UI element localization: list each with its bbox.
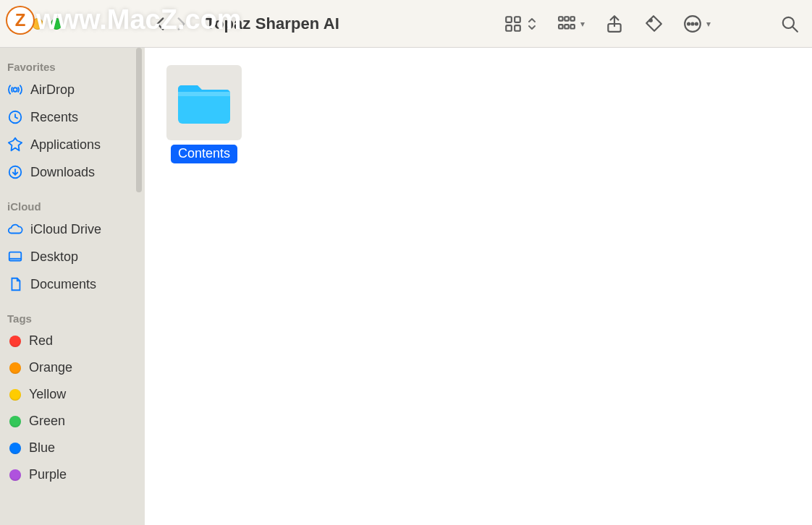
- svg-line-17: [792, 27, 798, 32]
- sidebar-section-tags: Tags: [0, 308, 145, 328]
- sidebar-tag-green[interactable]: Green: [0, 408, 145, 435]
- svg-rect-5: [564, 17, 568, 20]
- toolbar: Topaz Sharpen AI ▾ ▾: [0, 0, 812, 48]
- svg-point-14: [691, 22, 693, 25]
- sidebar: Favorites AirDrop Recents Applications: [0, 48, 145, 525]
- clock-icon: [7, 109, 23, 125]
- svg-rect-9: [570, 25, 574, 28]
- svg-point-18: [13, 88, 17, 92]
- window-minimize-button[interactable]: [32, 18, 43, 30]
- sidebar-item-label: iCloud Drive: [30, 222, 101, 237]
- sidebar-item-label: Green: [29, 414, 65, 429]
- view-mode-button[interactable]: [504, 14, 537, 33]
- sidebar-item-label: AirDrop: [30, 82, 75, 98]
- back-button[interactable]: [151, 14, 171, 34]
- svg-rect-21: [9, 252, 22, 261]
- svg-rect-4: [559, 17, 562, 20]
- svg-rect-23: [178, 92, 230, 124]
- svg-rect-24: [178, 92, 230, 96]
- sidebar-item-applications[interactable]: Applications: [0, 131, 145, 158]
- sidebar-item-label: Red: [29, 333, 53, 349]
- tag-dot-yellow: [9, 389, 21, 401]
- content-area[interactable]: Contents: [145, 48, 812, 525]
- applications-icon: [7, 137, 23, 153]
- svg-rect-3: [515, 25, 520, 31]
- updown-icon: [527, 16, 537, 32]
- sidebar-tag-yellow[interactable]: Yellow: [0, 381, 145, 408]
- svg-point-15: [695, 22, 698, 25]
- document-icon: [7, 276, 23, 292]
- folder-label: Contents: [171, 145, 237, 163]
- sidebar-item-label: Documents: [30, 277, 96, 292]
- svg-point-13: [688, 22, 690, 25]
- tag-dot-green: [9, 416, 21, 427]
- tag-dot-red: [9, 336, 21, 347]
- desktop-icon: [7, 249, 23, 265]
- chevron-down-icon: ▾: [580, 19, 585, 29]
- sidebar-tag-orange[interactable]: Orange: [0, 354, 145, 381]
- sidebar-item-downloads[interactable]: Downloads: [0, 158, 145, 186]
- window-title: Topaz Sharpen AI: [206, 14, 339, 33]
- more-actions-button[interactable]: ▾: [683, 14, 711, 33]
- download-icon: [7, 164, 23, 180]
- share-button[interactable]: [605, 14, 624, 33]
- forward-button: [171, 14, 191, 34]
- svg-rect-1: [515, 17, 520, 22]
- chevron-down-icon: ▾: [706, 19, 711, 29]
- svg-rect-7: [559, 25, 562, 28]
- folder-icon: [175, 79, 233, 127]
- tag-dot-blue: [9, 443, 21, 454]
- sidebar-item-icloud-drive[interactable]: iCloud Drive: [0, 215, 145, 243]
- group-by-button[interactable]: ▾: [557, 14, 585, 33]
- sidebar-item-label: Orange: [29, 360, 72, 375]
- window-zoom-button[interactable]: [51, 18, 62, 30]
- sidebar-section-icloud: iCloud: [0, 196, 145, 215]
- sidebar-tag-blue[interactable]: Blue: [0, 435, 145, 461]
- sidebar-scrollbar[interactable]: [136, 48, 142, 192]
- sidebar-tag-red[interactable]: Red: [0, 328, 145, 354]
- airdrop-icon: [7, 82, 23, 98]
- tag-dot-orange: [9, 362, 21, 374]
- sidebar-item-label: Purple: [29, 467, 67, 482]
- svg-rect-8: [564, 25, 568, 28]
- sidebar-section-favorites: Favorites: [0, 56, 145, 76]
- sidebar-tag-purple[interactable]: Purple: [0, 461, 145, 488]
- folder-icon-tile: [166, 65, 242, 140]
- svg-point-11: [650, 19, 652, 21]
- cloud-icon: [7, 221, 23, 237]
- window-close-button[interactable]: [13, 18, 25, 30]
- sidebar-item-label: Downloads: [30, 165, 95, 180]
- sidebar-item-label: Desktop: [30, 249, 78, 265]
- tags-button[interactable]: [644, 14, 663, 33]
- sidebar-item-label: Blue: [29, 440, 55, 456]
- svg-rect-0: [506, 17, 512, 22]
- sidebar-item-label: Recents: [30, 110, 78, 125]
- sidebar-item-desktop[interactable]: Desktop: [0, 243, 145, 270]
- search-button[interactable]: [780, 14, 799, 33]
- sidebar-item-label: Yellow: [29, 387, 66, 402]
- sidebar-item-documents[interactable]: Documents: [0, 270, 145, 298]
- svg-rect-2: [506, 25, 512, 31]
- sidebar-item-airdrop[interactable]: AirDrop: [0, 76, 145, 103]
- sidebar-item-recents[interactable]: Recents: [0, 103, 145, 131]
- svg-rect-6: [570, 17, 574, 20]
- sidebar-item-label: Applications: [30, 137, 101, 153]
- tag-dot-purple: [9, 469, 21, 481]
- folder-item-contents[interactable]: Contents: [166, 65, 242, 163]
